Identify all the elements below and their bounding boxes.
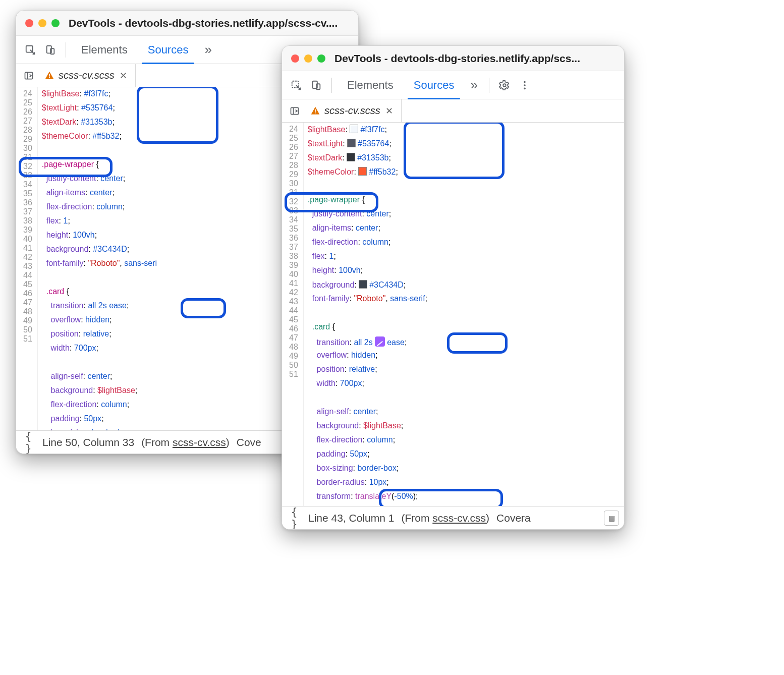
navigator-toggle-icon[interactable]	[286, 101, 303, 121]
close-tab-icon[interactable]: ✕	[384, 105, 394, 117]
inspect-icon[interactable]	[286, 75, 306, 95]
source-map-link[interactable]: scss-cv.css	[432, 512, 486, 524]
separator	[66, 42, 66, 58]
svg-point-15	[524, 87, 526, 89]
collapse-drawer-icon[interactable]: ▤	[604, 511, 619, 526]
close-tab-icon[interactable]: ✕	[119, 70, 128, 81]
source-map-link[interactable]: scss-cv.css	[173, 436, 226, 448]
navigator-toggle-icon[interactable]	[20, 66, 37, 86]
svg-rect-6	[49, 77, 50, 78]
tab-elements[interactable]: Elements	[337, 71, 404, 99]
cursor-position: Line 43, Column 1	[308, 512, 394, 524]
pretty-print-icon[interactable]: { }	[287, 506, 301, 530]
devtools-window-b: DevTools - devtools-dbg-stories.netlify.…	[282, 45, 625, 530]
pretty-print-icon[interactable]: { }	[21, 430, 35, 454]
line-gutter: 2425262728293031323334353637383940414243…	[16, 87, 38, 454]
tab-sources[interactable]: Sources	[138, 36, 199, 64]
svg-rect-19	[315, 112, 316, 113]
window-title: DevTools - devtools-dbg-stories.netlify.…	[334, 52, 615, 65]
source-map-info: (From scss-cv.css)	[401, 512, 489, 524]
device-toggle-icon[interactable]	[306, 75, 326, 95]
kebab-menu-icon[interactable]	[515, 75, 535, 95]
inspect-icon[interactable]	[20, 40, 40, 60]
close-icon[interactable]	[291, 54, 299, 63]
svg-point-12	[503, 84, 506, 87]
maximize-icon[interactable]	[51, 19, 60, 27]
source-map-info: (From scss-cv.css)	[141, 436, 230, 448]
file-tab[interactable]: scss-cv.scss ✕	[303, 99, 402, 122]
status-extra: Cove	[237, 436, 261, 448]
status-bar: { } Line 43, Column 1 (From scss-cv.css)…	[282, 506, 624, 529]
panel-tabs: Elements Sources »	[282, 71, 624, 99]
minimize-icon[interactable]	[38, 19, 46, 27]
warning-icon	[310, 106, 320, 116]
more-tabs-icon[interactable]: »	[198, 42, 217, 58]
line-gutter: 2425262728293031323334353637383940414243…	[282, 123, 304, 529]
more-tabs-icon[interactable]: »	[464, 77, 483, 93]
svg-point-13	[524, 81, 526, 83]
device-toggle-icon[interactable]	[40, 40, 61, 60]
maximize-icon[interactable]	[317, 54, 325, 63]
status-extra: Covera	[496, 512, 531, 524]
code-editor[interactable]: $lightBase: #f3f7fc;$textLight: #535764;…	[304, 123, 427, 529]
titlebar[interactable]: DevTools - devtools-dbg-stories.netlify.…	[282, 46, 624, 71]
file-tabs: scss-cv.scss ✕	[282, 99, 624, 123]
separator	[331, 78, 332, 93]
file-tab[interactable]: scss-cv.scss ✕	[37, 64, 136, 87]
warning-icon	[44, 71, 54, 81]
titlebar[interactable]: DevTools - devtools-dbg-stories.netlify.…	[16, 11, 358, 36]
settings-icon[interactable]	[494, 75, 515, 95]
tab-elements[interactable]: Elements	[71, 36, 138, 64]
svg-point-14	[524, 84, 526, 86]
code-editor[interactable]: $lightBase: #f3f7fc;$textLight: #535764;…	[38, 87, 157, 454]
minimize-icon[interactable]	[304, 54, 312, 63]
tab-sources[interactable]: Sources	[404, 71, 465, 99]
close-icon[interactable]	[25, 19, 33, 27]
cursor-position: Line 50, Column 33	[42, 436, 134, 448]
file-tab-label: scss-cv.scss	[324, 105, 380, 117]
window-title: DevTools - devtools-dbg-stories.netlify.…	[69, 17, 349, 29]
separator	[489, 78, 489, 93]
svg-rect-5	[49, 74, 50, 76]
file-tab-label: scss-cv.scss	[59, 70, 115, 81]
svg-rect-18	[315, 109, 316, 111]
